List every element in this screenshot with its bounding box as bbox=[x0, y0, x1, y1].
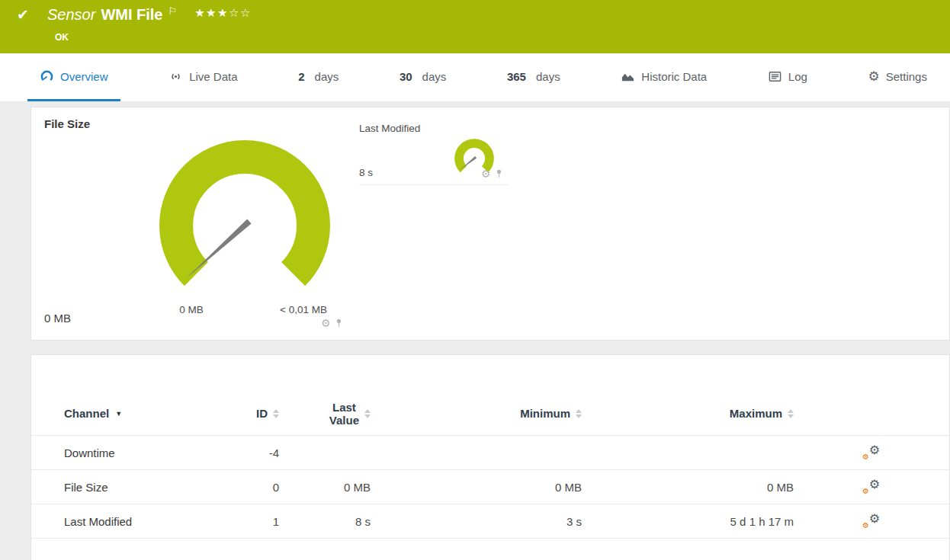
sensor-title-prefix: Sensor bbox=[47, 5, 95, 25]
table-row-file-size: File Size 0 0 MB 0 MB 0 MB ⚙⚙ bbox=[31, 470, 949, 504]
file-size-gauge bbox=[153, 134, 336, 317]
area-chart-icon bbox=[621, 69, 635, 84]
gauge-gear-icon[interactable]: ⚙ bbox=[321, 318, 331, 328]
column-header-id[interactable]: ID bbox=[245, 407, 279, 420]
sort-toggle-icon bbox=[364, 409, 371, 418]
tab-2-days[interactable]: 2 days bbox=[286, 53, 351, 101]
column-header-maximum[interactable]: Maximum bbox=[582, 407, 794, 420]
tab-label: days bbox=[422, 70, 447, 83]
channel-name: Last Modified bbox=[64, 515, 245, 528]
table-row-last-modified: Last Modified 1 8 s 3 s 5 d 1 h 17 m ⚙⚙ bbox=[31, 504, 949, 539]
column-label: Maximum bbox=[730, 407, 782, 420]
gauge-icon bbox=[40, 69, 54, 84]
gauge-current-value: 8 s bbox=[359, 167, 373, 178]
channel-id: 1 bbox=[245, 515, 279, 528]
gear-icon: ⚙ bbox=[868, 69, 880, 84]
gauge-gear-icon[interactable]: ⚙ bbox=[481, 168, 491, 179]
tab-number: 30 bbox=[400, 70, 412, 83]
channel-id: 0 bbox=[245, 481, 279, 494]
live-signal-icon bbox=[168, 69, 183, 84]
gauge-current-value: 0 MB bbox=[44, 312, 71, 325]
gauge-max-label: < 0,01 MB bbox=[262, 304, 345, 315]
tab-label: Historic Data bbox=[641, 70, 707, 83]
column-label: Channel bbox=[64, 407, 109, 420]
channel-maximum: 5 d 1 h 17 m bbox=[582, 515, 794, 528]
channel-name: Downtime bbox=[64, 446, 245, 459]
gauge-title-file-size: File Size bbox=[44, 117, 90, 130]
priority-stars[interactable]: ★★★☆☆ bbox=[194, 5, 252, 21]
tab-label: Settings bbox=[886, 70, 927, 83]
tab-settings[interactable]: ⚙ Settings bbox=[856, 53, 939, 101]
column-label: Last bbox=[332, 401, 356, 414]
log-list-icon bbox=[768, 69, 782, 84]
gauge-title-last-modified: Last Modified bbox=[359, 123, 420, 134]
channel-settings-gear-icon[interactable]: ⚙⚙ bbox=[863, 478, 880, 494]
last-modified-mini-gauge: Last Modified 8 s ⚙ bbox=[359, 121, 509, 185]
sort-toggle-icon bbox=[788, 409, 794, 418]
channels-panel: Channel▼ ID LastValue Minimum Maximum Do… bbox=[30, 354, 950, 560]
gauge-pin-icon[interactable] bbox=[335, 318, 342, 328]
gauge-controls: ⚙ bbox=[481, 168, 502, 179]
tab-label: Live Data bbox=[189, 70, 237, 83]
channel-last-value: 8 s bbox=[279, 515, 371, 528]
channel-minimum: 0 MB bbox=[371, 481, 582, 494]
tab-bar: Overview Live Data 2 days 30 days 365 da… bbox=[0, 53, 950, 101]
sort-toggle-icon bbox=[576, 409, 582, 418]
tab-live-data[interactable]: Live Data bbox=[156, 53, 249, 101]
tab-label: Log bbox=[788, 70, 807, 83]
tab-number: 2 bbox=[298, 70, 304, 83]
gear-glyph: ⚙ bbox=[869, 443, 880, 457]
table-header-row: Channel▼ ID LastValue Minimum Maximum bbox=[31, 392, 949, 436]
column-label: Value bbox=[329, 414, 359, 427]
channel-last-value: 0 MB bbox=[279, 481, 371, 494]
channel-name: File Size bbox=[64, 481, 245, 494]
status-check-icon: ✔ bbox=[17, 6, 29, 24]
gear-glyph-small: ⚙ bbox=[862, 522, 869, 530]
status-badge: OK bbox=[55, 32, 69, 43]
channel-table: Channel▼ ID LastValue Minimum Maximum Do… bbox=[31, 355, 949, 539]
tab-30-days[interactable]: 30 days bbox=[387, 53, 458, 101]
tab-log[interactable]: Log bbox=[756, 53, 820, 101]
gauges-panel: File Size 0 MB < 0,01 MB 0 MB ⚙ Last Mod… bbox=[30, 107, 950, 341]
sensor-title: Sensor WMI File ⚐ ★★★☆☆ bbox=[47, 5, 252, 25]
column-label: ID bbox=[256, 407, 268, 420]
table-row-downtime: Downtime -4 ⚙⚙ bbox=[31, 436, 949, 470]
column-header-minimum[interactable]: Minimum bbox=[371, 407, 582, 420]
tab-label: Overview bbox=[60, 70, 108, 83]
tab-365-days[interactable]: 365 days bbox=[495, 53, 573, 101]
tab-number: 365 bbox=[507, 70, 526, 83]
channel-id: -4 bbox=[245, 446, 279, 459]
flag-icon[interactable]: ⚐ bbox=[168, 5, 177, 18]
gauge-min-label: 0 MB bbox=[161, 304, 222, 315]
tab-label: days bbox=[536, 70, 560, 83]
sort-desc-icon: ▼ bbox=[115, 410, 122, 418]
gauge-controls: ⚙ bbox=[321, 318, 342, 328]
sensor-header: ✔ Sensor WMI File ⚐ ★★★☆☆ OK bbox=[0, 0, 950, 53]
tab-label: days bbox=[315, 70, 339, 83]
column-header-channel[interactable]: Channel▼ bbox=[64, 407, 245, 420]
channel-settings-gear-icon[interactable]: ⚙⚙ bbox=[863, 444, 880, 459]
tab-historic-data[interactable]: Historic Data bbox=[608, 53, 719, 101]
sensor-title-name: WMI File bbox=[101, 5, 162, 25]
tab-overview[interactable]: Overview bbox=[27, 53, 120, 101]
gear-glyph: ⚙ bbox=[869, 512, 880, 526]
gear-glyph-small: ⚙ bbox=[862, 488, 869, 495]
gauge-pin-icon[interactable] bbox=[496, 168, 502, 179]
channel-settings-gear-icon[interactable]: ⚙⚙ bbox=[863, 513, 880, 528]
column-header-last-value[interactable]: LastValue bbox=[279, 401, 371, 427]
stars-empty: ☆☆ bbox=[229, 6, 252, 19]
stars-filled: ★★★ bbox=[194, 6, 229, 19]
gear-glyph: ⚙ bbox=[869, 478, 880, 491]
channel-minimum: 3 s bbox=[371, 515, 582, 528]
column-label: Minimum bbox=[520, 407, 570, 420]
channel-maximum: 0 MB bbox=[582, 481, 794, 494]
gear-glyph-small: ⚙ bbox=[862, 453, 869, 461]
sort-toggle-icon bbox=[273, 409, 279, 418]
